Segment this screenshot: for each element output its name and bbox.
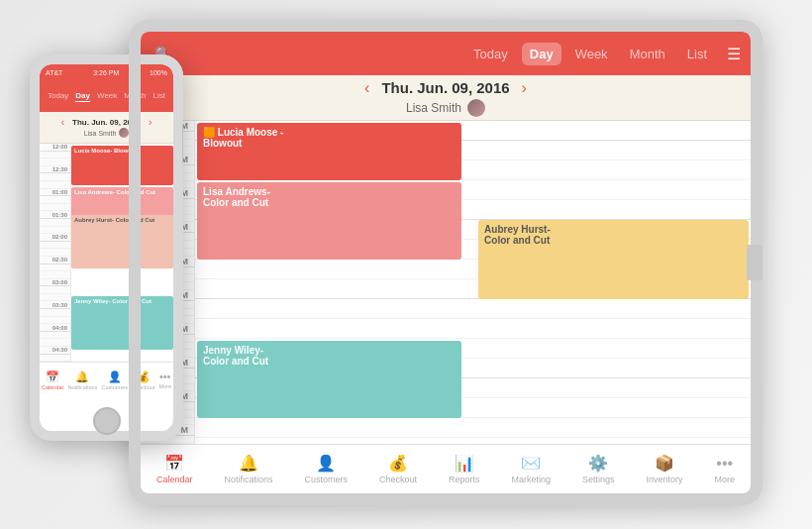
phone-event-jenny[interactable]: Jenny Wiley- Color and Cut — [71, 296, 173, 350]
phone-bottom-nav: 📅 Calendar 🔔 Notifications 👤 Customers 💰… — [40, 362, 173, 397]
phone-customers-icon: 👤 — [108, 370, 122, 383]
phone-time-slot — [40, 339, 70, 347]
reports-icon: 📊 — [455, 454, 474, 473]
phone-event-lucia[interactable]: Lucia Moose- Blowout — [71, 146, 173, 185]
phone-tab-week[interactable]: Week — [97, 91, 117, 102]
phone-time-slot — [40, 249, 70, 257]
phone-home-button[interactable] — [93, 407, 121, 435]
phone-time-slot — [40, 152, 70, 159]
phone-time-slot — [40, 309, 70, 317]
tablet: 🔍 Today Day Week Month List ☰ ‹ Thu. Jun… — [129, 20, 762, 505]
phone-current-date: Thu. Jun. 09, 2016 — [72, 118, 141, 127]
phone-more-icon: ••• — [159, 370, 171, 382]
bottom-nav-customers[interactable]: 👤 Customers — [304, 454, 348, 484]
phone-tab-day[interactable]: Day — [75, 91, 90, 102]
bottom-nav-notifications[interactable]: 🔔 Notifications — [224, 454, 272, 484]
event-lisa-andrews[interactable]: Lisa Andrews-Color and Cut — [197, 182, 461, 260]
battery-indicator: 100% — [150, 69, 167, 76]
phone-time-slot — [40, 317, 70, 325]
phone-time-slot: 12:30 — [40, 166, 70, 174]
phone-time-slot: 01:00 — [40, 189, 70, 197]
phone-time-slot: 02:30 — [40, 257, 70, 264]
phone-tab-list[interactable]: List — [153, 91, 165, 102]
phone-time-slot: 02:00 — [40, 234, 70, 242]
phone-user-name: Lisa Smith — [84, 130, 117, 137]
phone-time-slot — [40, 242, 70, 250]
calendar-icon: 📅 — [164, 454, 184, 473]
tablet-calendar-body: 12:00 PM 12:30 PM 01:00 PM 01:30 PM — [141, 121, 751, 444]
bottom-nav-label: Customers — [304, 475, 348, 484]
bottom-nav-checkout[interactable]: 💰 Checkout — [379, 454, 417, 484]
phone-time-slot: 01:30 — [40, 211, 70, 219]
bottom-nav-settings[interactable]: ⚙️ Settings — [582, 454, 615, 484]
tablet-date-bar: ‹ Thu. Jun. 09, 2016 › Lisa Smith — [141, 75, 751, 121]
phone-next-button[interactable]: › — [149, 117, 152, 128]
tablet-screen: 🔍 Today Day Week Month List ☰ ‹ Thu. Jun… — [141, 32, 751, 493]
phone-screen: AT&T 3:26 PM 100% Today Day Week Month L… — [40, 64, 173, 397]
bottom-nav-calendar[interactable]: 📅 Calendar — [156, 454, 193, 484]
phone-time-slot — [40, 286, 70, 294]
tab-week[interactable]: Week — [567, 43, 616, 65]
bottom-nav-inventory[interactable]: 📦 Inventory — [646, 454, 682, 484]
bottom-nav-label: Inventory — [646, 475, 682, 484]
phone-bottom-checkout[interactable]: 💰 Checkout — [132, 370, 154, 390]
grid-row — [195, 438, 751, 444]
phone-bottom-label: Notifications — [67, 384, 97, 390]
phone-time-slot — [40, 332, 70, 340]
phone-prev-button[interactable]: ‹ — [61, 117, 64, 128]
phone-time-slot — [40, 227, 70, 235]
phone-bottom-more[interactable]: ••• More — [158, 370, 171, 389]
phone-event-aubrey[interactable]: Aubrey Hurst- Color and Cut — [71, 215, 173, 268]
phone: AT&T 3:26 PM 100% Today Day Week Month L… — [30, 54, 183, 441]
phone-time-slot — [40, 271, 70, 279]
notifications-icon: 🔔 — [239, 454, 258, 473]
phone-time-slot — [40, 355, 70, 362]
phone-time-slot — [40, 204, 70, 212]
bottom-nav-more[interactable]: ••• More — [714, 455, 735, 484]
carrier-text: AT&T — [46, 69, 62, 76]
phone-bottom-label: More — [158, 383, 171, 389]
avatar — [467, 99, 485, 117]
phone-time-slot: 03:30 — [40, 301, 70, 309]
phone-notifications-icon: 🔔 — [75, 370, 89, 383]
phone-time-slot — [40, 219, 70, 227]
phone-bottom-label: Checkout — [132, 384, 154, 390]
event-lucia-moose[interactable]: 🟧 Lucia Moose -Blowout — [197, 123, 461, 180]
bottom-nav-label: Notifications — [224, 475, 272, 484]
prev-date-button[interactable]: ‹ — [364, 79, 369, 97]
event-aubrey-hurst[interactable]: Aubrey Hurst-Color and Cut — [478, 220, 749, 299]
tab-list[interactable]: List — [679, 43, 715, 65]
customers-icon: 👤 — [316, 454, 336, 473]
phone-bottom-notifications[interactable]: 🔔 Notifications — [67, 370, 97, 390]
event-jenny-wiley[interactable]: Jenny Wiley-Color and Cut — [197, 341, 461, 418]
phone-time-slot — [40, 264, 70, 272]
phone-time-slot — [40, 159, 70, 166]
settings-icon: ⚙️ — [588, 454, 608, 473]
bottom-nav-label: Marketing — [511, 475, 551, 484]
tab-month[interactable]: Month — [622, 43, 673, 65]
phone-side-button[interactable] — [182, 124, 183, 163]
bottom-nav-label: Reports — [449, 475, 480, 484]
phone-bottom-calendar[interactable]: 📅 Calendar — [42, 370, 63, 390]
bottom-nav-marketing[interactable]: ✉️ Marketing — [511, 454, 551, 484]
phone-header: Today Day Week Month List — [40, 80, 173, 112]
current-date: Thu. Jun. 09, 2016 — [381, 79, 509, 96]
clock: 3:26 PM — [93, 69, 119, 76]
phone-status-bar: AT&T 3:26 PM 100% — [40, 64, 173, 80]
grid-row — [195, 319, 751, 339]
hamburger-icon[interactable]: ☰ — [727, 45, 741, 63]
phone-bottom-customers[interactable]: 👤 Customers — [101, 370, 128, 390]
next-date-button[interactable]: › — [522, 79, 527, 97]
phone-calendar-body: 12:00 12:30 01:00 01:30 02:00 02:30 — [40, 144, 173, 362]
user-name: Lisa Smith — [406, 101, 461, 115]
phone-avatar — [119, 128, 129, 138]
tablet-home-button[interactable] — [747, 245, 762, 280]
tab-today[interactable]: Today — [465, 43, 516, 65]
phone-tab-today[interactable]: Today — [48, 91, 68, 102]
bottom-nav-label: Checkout — [379, 475, 417, 484]
phone-tab-month[interactable]: Month — [124, 91, 146, 102]
tab-day[interactable]: Day — [522, 43, 561, 65]
grid-row — [195, 299, 751, 319]
events-column: 🟧 Lucia Moose -Blowout Lisa Andrews-Colo… — [195, 121, 751, 444]
bottom-nav-reports[interactable]: 📊 Reports — [449, 454, 480, 484]
